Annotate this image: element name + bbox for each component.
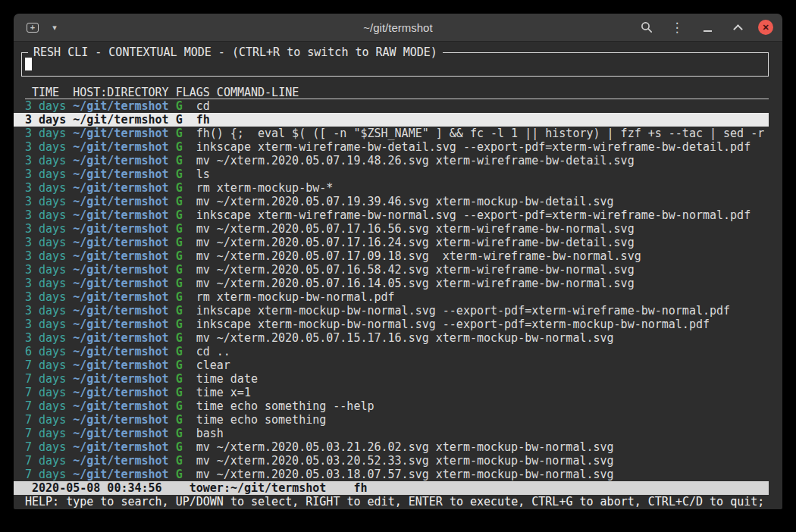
row-time: 7 days xyxy=(25,413,66,427)
terminal: RESH CLI - CONTEXTUAL MODE - (CTRL+R to … xyxy=(14,42,782,509)
row-time: 3 days xyxy=(25,127,66,140)
row-flags: G xyxy=(176,345,183,358)
close-icon: ✕ xyxy=(762,23,769,33)
history-row[interactable]: 7 days ~/git/termshot G time echo someth… xyxy=(14,413,769,427)
row-flags: G xyxy=(176,263,183,277)
row-command: mv ~/xterm.2020.05.07.17.16.24.svg xterm… xyxy=(196,236,635,249)
history-row[interactable]: 3 days ~/git/termshot G inkscape xterm-m… xyxy=(14,304,769,318)
history-row[interactable]: 3 days ~/git/termshot G fh() {; eval $( … xyxy=(14,127,769,140)
row-time: 3 days xyxy=(25,249,66,263)
new-tab-icon: + xyxy=(27,23,39,33)
row-time: 3 days xyxy=(25,331,66,345)
row-time: 3 days xyxy=(25,167,66,181)
row-flags: G xyxy=(176,318,183,331)
row-directory: ~/git/termshot xyxy=(73,304,168,318)
history-row[interactable]: 7 days ~/git/termshot G clear xyxy=(14,358,769,372)
row-time: 3 days xyxy=(25,263,66,277)
maximize-button[interactable] xyxy=(728,17,747,37)
row-directory: ~/git/termshot xyxy=(73,236,168,249)
row-flags: G xyxy=(176,468,183,481)
row-command: time x=1 xyxy=(196,386,251,399)
tab-dropdown-button[interactable]: ▾ xyxy=(45,17,64,37)
history-row[interactable]: 3 days ~/git/termshot G mv ~/xterm.2020.… xyxy=(14,249,769,263)
row-command: inkscape xterm-mockup-bw-normal.svg --ex… xyxy=(196,304,730,318)
row-time: 7 days xyxy=(25,427,66,440)
row-command: mv ~/xterm.2020.05.07.17.09.18.svg xterm… xyxy=(196,249,641,263)
row-directory: ~/git/termshot xyxy=(73,167,168,181)
row-flags: G xyxy=(176,331,183,345)
row-directory: ~/git/termshot xyxy=(73,468,168,481)
row-flags: G xyxy=(176,236,183,249)
menu-button[interactable]: ⋮ xyxy=(667,17,687,37)
row-command: fh xyxy=(196,113,210,127)
close-button[interactable]: ✕ xyxy=(758,20,773,35)
row-flags: G xyxy=(176,413,183,427)
history-row[interactable]: 7 days ~/git/termshot G bash xyxy=(14,427,769,440)
history-row[interactable]: 3 days ~/git/termshot G cd xyxy=(14,99,769,113)
history-row[interactable]: 7 days ~/git/termshot G mv ~/xterm.2020.… xyxy=(14,440,769,454)
row-time: 3 days xyxy=(25,318,66,331)
row-command: mv ~/xterm.2020.05.03.21.26.02.svg xterm… xyxy=(196,440,614,454)
row-directory: ~/git/termshot xyxy=(73,208,168,222)
history-row[interactable]: 3 days ~/git/termshot G mv ~/xterm.2020.… xyxy=(14,154,769,167)
row-directory: ~/git/termshot xyxy=(73,454,168,468)
row-time: 3 days xyxy=(25,113,66,127)
row-flags: G xyxy=(176,154,183,167)
row-flags: G xyxy=(176,427,183,440)
minimize-button[interactable] xyxy=(697,17,717,37)
history-row[interactable]: 3 days ~/git/termshot G mv ~/xterm.2020.… xyxy=(14,263,769,277)
search-input[interactable]: RESH CLI - CONTEXTUAL MODE - (CTRL+R to … xyxy=(21,52,769,77)
history-row[interactable]: 3 days ~/git/termshot G fh xyxy=(14,113,769,127)
row-time: 7 days xyxy=(25,358,66,372)
row-time: 3 days xyxy=(25,208,66,222)
history-header: TIME HOST:DIRECTORY FLAGS COMMAND-LINE xyxy=(25,86,769,99)
row-time: 3 days xyxy=(25,277,66,290)
new-tab-button[interactable]: + xyxy=(23,17,42,37)
row-directory: ~/git/termshot xyxy=(73,318,168,331)
row-directory: ~/git/termshot xyxy=(73,372,168,386)
history-row[interactable]: 6 days ~/git/termshot G cd .. xyxy=(14,345,769,358)
search-button[interactable] xyxy=(637,17,657,37)
row-directory: ~/git/termshot xyxy=(73,195,168,208)
row-directory: ~/git/termshot xyxy=(73,290,168,304)
row-flags: G xyxy=(176,249,183,263)
history-row[interactable]: 3 days ~/git/termshot G rm xterm-mockup-… xyxy=(14,181,769,195)
history-row[interactable]: 7 days ~/git/termshot G time x=1 xyxy=(14,386,769,399)
history-row[interactable]: 3 days ~/git/termshot G mv ~/xterm.2020.… xyxy=(14,222,769,236)
row-time: 7 days xyxy=(25,372,66,386)
row-command: inkscape xterm-wireframe-bw-detail.svg -… xyxy=(196,140,751,154)
row-flags: G xyxy=(176,140,183,154)
row-command: mv ~/xterm.2020.05.03.18.07.57.svg xterm… xyxy=(196,468,614,481)
history-row[interactable]: 7 days ~/git/termshot G time echo someth… xyxy=(14,399,769,413)
history-row[interactable]: 3 days ~/git/termshot G mv ~/xterm.2020.… xyxy=(14,331,769,345)
row-time: 6 days xyxy=(25,345,66,358)
history-row[interactable]: 3 days ~/git/termshot G mv ~/xterm.2020.… xyxy=(14,236,769,249)
history-row[interactable]: 3 days ~/git/termshot G mv ~/xterm.2020.… xyxy=(14,277,769,290)
history-row[interactable]: 7 days ~/git/termshot G mv ~/xterm.2020.… xyxy=(14,454,769,468)
row-time: 3 days xyxy=(25,195,66,208)
row-directory: ~/git/termshot xyxy=(73,345,168,358)
history-row[interactable]: 3 days ~/git/termshot G rm xterm-mockup-… xyxy=(14,290,769,304)
history-row[interactable]: 7 days ~/git/termshot G mv ~/xterm.2020.… xyxy=(14,468,769,481)
history-row[interactable]: 7 days ~/git/termshot G time date xyxy=(14,372,769,386)
history-row[interactable]: 3 days ~/git/termshot G inkscape xterm-m… xyxy=(14,318,769,331)
row-time: 7 days xyxy=(25,386,66,399)
row-command: inkscape xterm-mockup-bw-normal.svg --ex… xyxy=(196,318,710,331)
row-directory: ~/git/termshot xyxy=(73,263,168,277)
row-directory: ~/git/termshot xyxy=(73,181,168,195)
row-command: rm xterm-mockup-bw-normal.pdf xyxy=(196,290,395,304)
row-flags: G xyxy=(176,99,183,113)
row-directory: ~/git/termshot xyxy=(73,427,168,440)
row-command: mv ~/xterm.2020.05.03.20.52.33.svg xterm… xyxy=(196,454,614,468)
history-row[interactable]: 3 days ~/git/termshot G ls xyxy=(14,167,769,181)
row-flags: G xyxy=(176,454,183,468)
history-row[interactable]: 3 days ~/git/termshot G mv ~/xterm.2020.… xyxy=(14,195,769,208)
history-row[interactable]: 3 days ~/git/termshot G inkscape xterm-w… xyxy=(14,208,769,222)
row-flags: G xyxy=(176,399,183,413)
titlebar[interactable]: + ▾ ~/git/termshot ⋮ xyxy=(14,14,782,42)
row-directory: ~/git/termshot xyxy=(73,99,168,113)
row-command: inkscape xterm-wireframe-bw-normal.svg -… xyxy=(196,208,751,222)
row-flags: G xyxy=(176,208,183,222)
row-command: mv ~/xterm.2020.05.07.19.48.26.svg xterm… xyxy=(196,154,635,167)
history-row[interactable]: 3 days ~/git/termshot G inkscape xterm-w… xyxy=(14,140,769,154)
